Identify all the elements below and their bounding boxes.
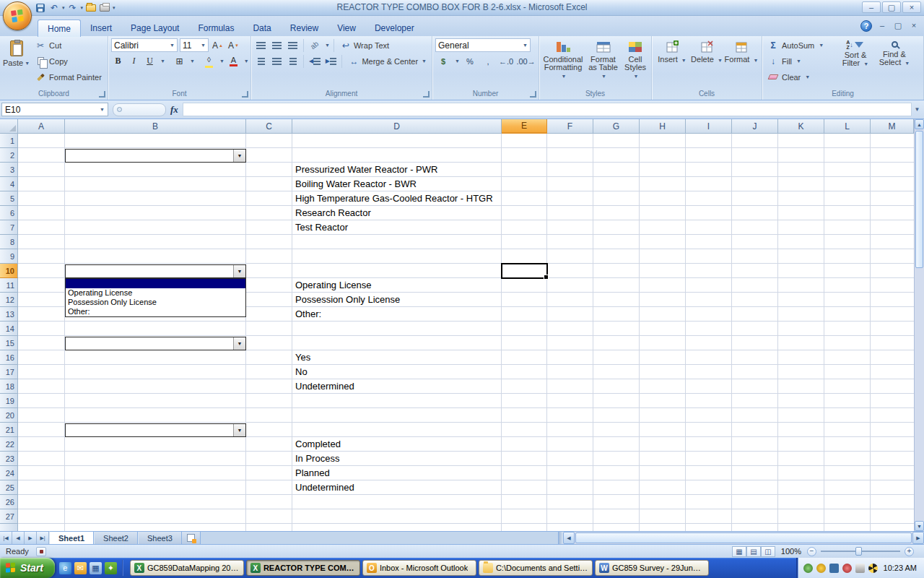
- align-center-button[interactable]: [270, 54, 284, 68]
- font-dialog-launcher[interactable]: [242, 91, 248, 98]
- sort-filter-button[interactable]: AZ↓ Sort & Filter ▼: [837, 38, 873, 89]
- vertical-scrollbar-track[interactable]: [915, 269, 924, 521]
- alignment-dialog-launcher[interactable]: [423, 91, 430, 98]
- tray-volume-icon[interactable]: [855, 564, 865, 573]
- font-size-select[interactable]: 11▼: [180, 38, 209, 52]
- borders-button[interactable]: ⊞: [173, 54, 186, 68]
- row-header-5[interactable]: 5: [0, 191, 18, 206]
- accounting-format-button[interactable]: $: [435, 54, 451, 68]
- start-button[interactable]: Start: [0, 558, 55, 578]
- row-header-20[interactable]: 20: [0, 408, 18, 423]
- tray-security-icon[interactable]: [842, 564, 852, 573]
- autosum-button[interactable]: ΣAutoSum▼: [765, 38, 834, 52]
- row-header-25[interactable]: 25: [0, 480, 18, 495]
- combo-box-B15[interactable]: ▼: [65, 337, 246, 350]
- cell-D6[interactable]: Research Reactor: [295, 206, 371, 220]
- cell-D16[interactable]: Yes: [295, 350, 310, 365]
- conditional-formatting-button[interactable]: Conditional Formatting ▼: [542, 38, 584, 89]
- copy-button[interactable]: Copy: [32, 54, 105, 68]
- column-header-G[interactable]: G: [593, 119, 640, 134]
- vertical-scrollbar-thumb[interactable]: [915, 131, 923, 268]
- row-header-26[interactable]: 26: [0, 495, 18, 509]
- row-header-7[interactable]: 7: [0, 220, 18, 235]
- underline-button[interactable]: U: [143, 54, 157, 68]
- fill-button[interactable]: ↓Fill▼: [765, 54, 834, 68]
- column-header-H[interactable]: H: [640, 119, 686, 134]
- column-header-C[interactable]: C: [246, 119, 292, 134]
- orientation-menu-arrow[interactable]: ▼: [325, 43, 330, 48]
- clear-button[interactable]: Clear▼: [765, 70, 834, 84]
- cell-D13[interactable]: Other:: [295, 307, 321, 322]
- number-dialog-launcher[interactable]: [530, 91, 536, 98]
- combo-dropdown-button-B21[interactable]: ▼: [233, 424, 245, 436]
- cell-D3[interactable]: Pressurized Water Reactor - PWR: [295, 163, 437, 177]
- align-left-button[interactable]: [254, 54, 268, 68]
- next-sheet-button[interactable]: ▶: [25, 532, 37, 544]
- tab-home[interactable]: Home: [38, 20, 81, 37]
- top-align-button[interactable]: [254, 38, 268, 52]
- row-header-23[interactable]: 23: [0, 452, 18, 466]
- quick-launch-browser-icon[interactable]: e: [59, 562, 71, 574]
- column-header-M[interactable]: M: [871, 119, 914, 134]
- row-header-3[interactable]: 3: [0, 163, 18, 177]
- minimize-button[interactable]: –: [862, 1, 881, 13]
- insert-cells-button[interactable]: Insert ▼: [655, 38, 689, 89]
- paste-button[interactable]: Paste▼: [3, 38, 30, 89]
- combo-dropdown-button-B15[interactable]: ▼: [233, 337, 245, 350]
- row-header-1[interactable]: 1: [0, 134, 18, 148]
- sheet-tab-sheet3[interactable]: Sheet3: [138, 532, 182, 544]
- taskbar-button-4[interactable]: C:\Documents and Settin...: [479, 560, 593, 576]
- column-header-B[interactable]: B: [65, 119, 246, 134]
- workbook-minimize-button[interactable]: –: [876, 21, 888, 30]
- close-button[interactable]: ×: [902, 1, 921, 13]
- grow-font-button[interactable]: A▲: [211, 38, 225, 52]
- combo-box-B10[interactable]: ▼: [65, 264, 246, 278]
- combo-list-item[interactable]: Other:: [66, 307, 245, 316]
- combo-dropdown-button-B10[interactable]: ▼: [233, 265, 245, 277]
- cell-D22[interactable]: Completed: [295, 437, 341, 452]
- column-header-F[interactable]: F: [547, 119, 593, 134]
- format-cells-button[interactable]: Format ▼: [725, 38, 758, 89]
- column-header-I[interactable]: I: [686, 119, 732, 134]
- tray-radiation-icon[interactable]: [868, 564, 878, 573]
- zoom-slider-thumb[interactable]: [855, 547, 862, 556]
- middle-align-button[interactable]: [270, 38, 284, 52]
- insert-worksheet-button[interactable]: [182, 532, 201, 544]
- zoom-slider[interactable]: [821, 551, 900, 552]
- tab-insert[interactable]: Insert: [81, 20, 121, 36]
- row-header-12[interactable]: 12: [0, 293, 18, 307]
- column-header-K[interactable]: K: [778, 119, 824, 134]
- row-header-13[interactable]: 13: [0, 307, 18, 322]
- delete-cells-button[interactable]: Delete ▼: [690, 38, 723, 89]
- percent-style-button[interactable]: %: [462, 54, 478, 68]
- sheet-tab-sheet2[interactable]: Sheet2: [94, 532, 138, 544]
- name-box[interactable]: E10▼: [1, 103, 108, 116]
- workbook-close-button[interactable]: ×: [908, 21, 920, 30]
- shrink-font-button[interactable]: A▼: [227, 38, 240, 52]
- horizontal-scrollbar[interactable]: ◀ ▶: [563, 532, 924, 544]
- row-header-21[interactable]: 21: [0, 423, 18, 437]
- cell-D7[interactable]: Test Reactor: [295, 220, 348, 235]
- cell-D25[interactable]: Undetermined: [295, 480, 354, 495]
- cell-D18[interactable]: Undetermined: [295, 379, 354, 394]
- row-header-14[interactable]: 14: [0, 322, 18, 336]
- row-header-15[interactable]: 15: [0, 336, 18, 350]
- cell-D11[interactable]: Operating License: [295, 278, 372, 293]
- tab-page-layout[interactable]: Page Layout: [121, 20, 188, 36]
- insert-function-button[interactable]: fx: [170, 104, 178, 116]
- find-select-button[interactable]: Find & Select ▼: [876, 38, 912, 89]
- first-sheet-button[interactable]: |◀: [0, 532, 12, 544]
- expand-formula-bar-button[interactable]: ▼: [912, 103, 923, 116]
- row-header-17[interactable]: 17: [0, 365, 18, 379]
- cell-D4[interactable]: Boiling Water Reactor - BWR: [295, 177, 417, 191]
- scroll-left-button[interactable]: ◀: [563, 532, 575, 544]
- tab-developer[interactable]: Developer: [365, 20, 424, 36]
- column-header-D[interactable]: D: [292, 119, 502, 134]
- selected-cell-E10[interactable]: [501, 263, 548, 279]
- last-sheet-button[interactable]: ▶|: [37, 532, 49, 544]
- tab-data[interactable]: Data: [243, 20, 280, 36]
- format-painter-button[interactable]: Format Painter: [32, 70, 105, 84]
- column-header-A[interactable]: A: [18, 119, 65, 134]
- align-right-button[interactable]: [286, 54, 300, 68]
- row-header-2[interactable]: 2: [0, 148, 18, 163]
